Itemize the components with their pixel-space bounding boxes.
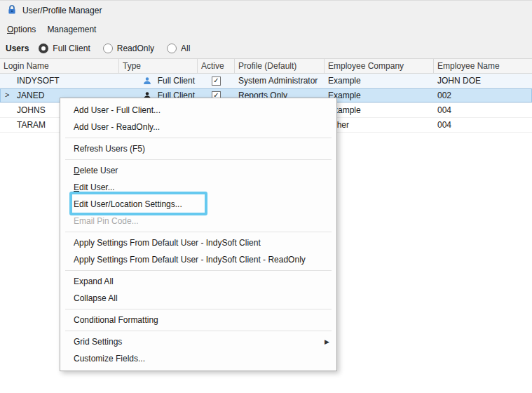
cell-company: Other (325, 118, 434, 132)
window-title: User/Profile Manager (22, 6, 102, 15)
radio-label-full-client: Full Client (53, 44, 90, 53)
user-icon (143, 76, 151, 85)
menu-item-conditional-formatting[interactable]: Conditional Formatting (60, 312, 336, 328)
menu-item-edit-user-location-settings[interactable]: Edit User/Location Settings... (60, 196, 336, 213)
column-header-login-name[interactable]: Login Name (0, 59, 119, 73)
column-header-type[interactable]: Type (119, 59, 198, 73)
users-label: Users (6, 44, 29, 53)
cell-name: JOHN DOE (434, 74, 532, 88)
login-name: JANED (17, 91, 44, 100)
radio-button-readonly[interactable] (103, 44, 113, 53)
menu-item-apply-settings-from-default-user-indysoft-client[interactable]: Apply Settings From Default User - IndyS… (60, 234, 336, 251)
active-checkbox[interactable]: ✓ (212, 76, 221, 86)
menu-item-label: Customize Fields... (74, 354, 145, 364)
menu-separator (60, 157, 336, 162)
login-name: INDYSOFT (17, 76, 60, 86)
menu-item-label: Add User - Full Client... (74, 105, 161, 115)
menu-item-label: Refresh Users (F5) (74, 144, 145, 154)
menu-item-label: Edit User/Location Settings... (74, 199, 182, 209)
menu-item-label: Conditional Formatting (74, 315, 158, 325)
user-profile-manager-window: User/Profile Manager OptionsManagement U… (0, 0, 532, 393)
app-lock-icon (6, 4, 18, 18)
menu-separator (60, 268, 336, 273)
employee-name: JOHN DOE (437, 76, 481, 86)
radio-button-all[interactable] (167, 44, 177, 53)
menu-item-label: Expand All (74, 277, 114, 286)
menu-item-label: Collapse All (74, 293, 118, 303)
menu-item-email-pin-code: Email Pin Code... (60, 213, 336, 229)
selected-row-arrow-icon: > (5, 91, 9, 99)
menubar: OptionsManagement (0, 20, 532, 39)
employee-company: Example (328, 76, 361, 86)
menu-item-label: Apply Settings From Default User - IndyS… (74, 255, 306, 265)
menu-item-apply-settings-from-default-user-indysoft-client-readonly[interactable]: Apply Settings From Default User - IndyS… (60, 251, 336, 268)
column-header-profile-default[interactable]: Profile (Default) (235, 59, 325, 73)
menu-item-refresh-users-f5[interactable]: Refresh Users (F5) (60, 140, 336, 157)
cell-active: ✓ (198, 74, 235, 88)
cell-name: 002 (434, 88, 532, 102)
radio-button-full-client[interactable] (39, 44, 48, 53)
menu-item-add-user-full-client[interactable]: Add User - Full Client... (60, 102, 336, 119)
cell-profile: System Administrator (235, 74, 325, 88)
cell-name: 004 (434, 118, 532, 132)
menu-item-grid-settings[interactable]: Grid Settings▶ (60, 333, 336, 350)
login-name: JOHNS (17, 105, 46, 115)
menubar-item-management[interactable]: Management (41, 22, 102, 37)
users-filter-bar: Users Full ClientReadOnlyAll (0, 39, 532, 58)
menu-item-add-user-readonly[interactable]: Add User - ReadOnly... (60, 119, 336, 135)
column-header-employee-company[interactable]: Employee Company (325, 59, 434, 73)
table-row-indysoft[interactable]: INDYSOFTFull Client✓System Administrator… (0, 74, 532, 88)
submenu-arrow-icon: ▶ (325, 338, 329, 345)
employee-name: 004 (437, 120, 451, 130)
radio-option-full-client[interactable]: Full Client (39, 44, 90, 53)
menu-item-expand-all[interactable]: Expand All (60, 273, 336, 290)
radio-option-all[interactable]: All (167, 44, 190, 53)
employee-name: 002 (437, 91, 451, 100)
column-header-employee-name[interactable]: Employee Name (434, 59, 532, 73)
menu-item-collapse-all[interactable]: Collapse All (60, 290, 336, 307)
radio-label-readonly: ReadOnly (117, 44, 154, 53)
menu-item-label: Grid Settings (74, 337, 122, 347)
cell-company: Example (325, 103, 434, 117)
menu-item-delete-user[interactable]: Delete User (60, 162, 336, 179)
profile-default: System Administrator (238, 76, 318, 86)
grid-header: Login NameTypeActiveProfile (Default)Emp… (0, 58, 532, 74)
cell-company: Example (325, 88, 434, 102)
type-label: Full Client (158, 76, 195, 86)
titlebar: User/Profile Manager (0, 1, 532, 20)
menu-separator (60, 307, 336, 312)
menu-separator (60, 135, 336, 140)
menu-item-label: Email Pin Code... (74, 216, 139, 226)
menu-item-label: Add User - ReadOnly... (74, 122, 160, 132)
cell-company: Example (325, 74, 434, 88)
menubar-item-options[interactable]: Options (1, 22, 41, 37)
cell-login: INDYSOFT (0, 74, 119, 88)
context-menu: Add User - Full Client...Add User - Read… (60, 98, 337, 371)
menu-item-customize-fields[interactable]: Customize Fields... (60, 350, 336, 367)
menu-item-label: Edit User... (74, 182, 115, 192)
radio-label-all: All (181, 44, 190, 53)
column-header-active[interactable]: Active (198, 59, 235, 73)
cell-type: Full Client (119, 74, 198, 88)
radio-option-readonly[interactable]: ReadOnly (103, 44, 154, 53)
menu-separator (60, 328, 336, 333)
cell-name: 004 (434, 103, 532, 117)
users-radio-group: Full ClientReadOnlyAll (39, 44, 203, 53)
menu-item-label: Apply Settings From Default User - IndyS… (74, 238, 261, 248)
menu-item-label: Delete User (74, 166, 118, 175)
employee-name: 004 (437, 105, 451, 115)
login-name: TARAM (17, 120, 46, 130)
menu-separator (60, 229, 336, 234)
menu-item-edit-user[interactable]: Edit User... (60, 179, 336, 196)
